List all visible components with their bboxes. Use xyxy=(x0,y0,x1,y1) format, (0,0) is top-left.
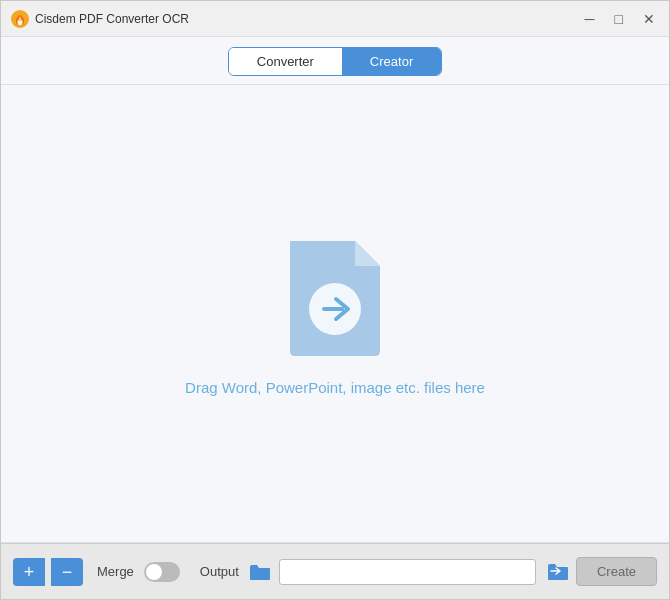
tab-group: Converter Creator xyxy=(228,47,442,76)
toolbar: Converter Creator xyxy=(1,37,669,84)
output-path-input[interactable] xyxy=(279,559,536,585)
app-title: Cisdem PDF Converter OCR xyxy=(35,12,581,26)
tab-converter[interactable]: Converter xyxy=(229,48,342,75)
minimize-button[interactable]: ─ xyxy=(581,10,599,28)
drop-text: Drag Word, PowerPoint, image etc. files … xyxy=(185,379,485,396)
content-area: Drag Word, PowerPoint, image etc. files … xyxy=(1,84,669,543)
svg-point-4 xyxy=(19,17,21,21)
title-bar: Cisdem PDF Converter OCR ─ □ ✕ xyxy=(1,1,669,37)
window-controls: ─ □ ✕ xyxy=(581,10,659,28)
main-window: Cisdem PDF Converter OCR ─ □ ✕ Converter… xyxy=(0,0,670,600)
tab-creator[interactable]: Creator xyxy=(342,48,441,75)
merge-toggle[interactable] xyxy=(144,562,180,582)
merge-label: Merge xyxy=(97,564,134,579)
remove-button[interactable]: − xyxy=(51,558,83,586)
create-button[interactable]: Create xyxy=(576,557,657,586)
maximize-button[interactable]: □ xyxy=(611,10,627,28)
output-label: Output xyxy=(200,564,239,579)
file-drop-icon xyxy=(280,231,390,361)
browse-folder-icon[interactable] xyxy=(546,562,570,582)
drop-zone[interactable]: Drag Word, PowerPoint, image etc. files … xyxy=(185,231,485,396)
bottom-bar: + − Merge Output Create xyxy=(1,543,669,599)
app-icon xyxy=(11,10,29,28)
add-button[interactable]: + xyxy=(13,558,45,586)
close-button[interactable]: ✕ xyxy=(639,10,659,28)
output-folder-icon xyxy=(249,563,271,581)
